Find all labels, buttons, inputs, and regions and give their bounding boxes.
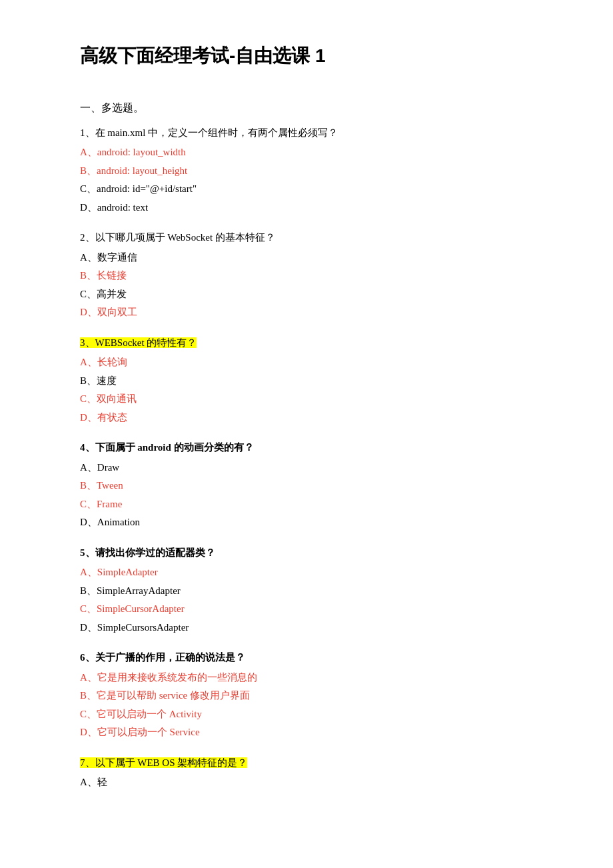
option-q3-A: A、长轮询 (80, 354, 533, 371)
option-q6-D: D、它可以启动一个 Service (80, 724, 533, 741)
question-block-5: 5、请找出你学过的适配器类？A、SimpleAdapterB、SimpleArr… (80, 545, 533, 637)
option-q1-D: D、android: text (80, 199, 533, 217)
option-q1-A: A、android: layout_width (80, 144, 533, 161)
option-q3-D: D、有状态 (80, 409, 533, 427)
option-q2-D: D、双向双工 (80, 304, 533, 321)
option-q2-B: B、长链接 (80, 267, 533, 285)
option-q5-B: B、SimpleArrayAdapter (80, 583, 533, 600)
question-block-1: 1、在 main.xml 中，定义一个组件时，有两个属性必须写？A、androi… (80, 125, 533, 217)
option-q2-C: C、高并发 (80, 286, 533, 303)
option-q4-A: A、Draw (80, 459, 533, 477)
option-q4-B: B、Tween (80, 477, 533, 495)
option-q1-C: C、android: id="@+id/start" (80, 181, 533, 198)
question-text-5: 5、请找出你学过的适配器类？ (80, 545, 533, 562)
questions-container: 1、在 main.xml 中，定义一个组件时，有两个属性必须写？A、androi… (80, 125, 533, 791)
option-q1-B: B、android: layout_height (80, 163, 533, 180)
option-q3-C: C、双向通讯 (80, 391, 533, 408)
section-header: 一、多选题。 (80, 99, 533, 117)
question-block-4: 4、下面属于 android 的动画分类的有？A、DrawB、TweenC、Fr… (80, 439, 533, 531)
option-q6-C: C、它可以启动一个 Activity (80, 706, 533, 723)
question-text-3: 3、WEBSocket 的特性有？ (80, 335, 533, 352)
option-q7-A: A、轻 (80, 774, 533, 791)
page-title: 高级下面经理考试-自由选课 1 (80, 40, 533, 72)
option-q3-B: B、速度 (80, 373, 533, 390)
option-q6-A: A、它是用来接收系统发布的一些消息的 (80, 669, 533, 687)
question-text-6: 6、关于广播的作用，正确的说法是？ (80, 649, 533, 667)
option-q6-B: B、它是可以帮助 service 修改用户界面 (80, 687, 533, 705)
option-q5-A: A、SimpleAdapter (80, 564, 533, 581)
option-q5-C: C、SimpleCursorAdapter (80, 601, 533, 618)
question-text-1: 1、在 main.xml 中，定义一个组件时，有两个属性必须写？ (80, 125, 533, 142)
question-text-7: 7、以下属于 WEB OS 架构特征的是？ (80, 755, 533, 772)
option-q2-A: A、数字通信 (80, 249, 533, 267)
option-q5-D: D、SimpleCursorsAdapter (80, 619, 533, 637)
question-block-6: 6、关于广播的作用，正确的说法是？A、它是用来接收系统发布的一些消息的B、它是可… (80, 649, 533, 741)
question-block-2: 2、以下哪几项属于 WebSocket 的基本特征？A、数字通信B、长链接C、高… (80, 229, 533, 321)
question-text-4: 4、下面属于 android 的动画分类的有？ (80, 439, 533, 457)
option-q4-C: C、Frame (80, 496, 533, 513)
option-q4-D: D、Animation (80, 514, 533, 531)
question-text-2: 2、以下哪几项属于 WebSocket 的基本特征？ (80, 229, 533, 247)
question-block-3: 3、WEBSocket 的特性有？A、长轮询B、速度C、双向通讯D、有状态 (80, 335, 533, 427)
question-block-7: 7、以下属于 WEB OS 架构特征的是？A、轻 (80, 755, 533, 791)
